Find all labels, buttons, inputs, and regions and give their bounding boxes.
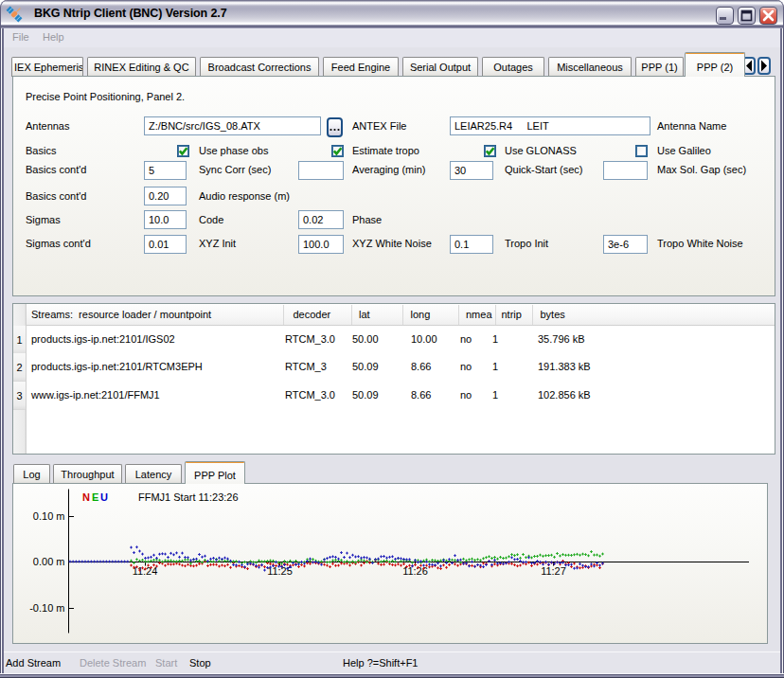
svg-text:0.10 m: 0.10 m [33,510,65,522]
svg-text:E: E [92,491,98,503]
svg-text:0.00 m: 0.00 m [33,556,65,567]
svg-text:U: U [100,491,108,503]
svg-text:N: N [82,491,90,503]
svg-text:-0.10 m: -0.10 m [29,602,64,614]
svg-text:11:27: 11:27 [541,565,566,577]
svg-text:FFMJ1 Start 11:23:26: FFMJ1 Start 11:23:26 [138,491,239,503]
